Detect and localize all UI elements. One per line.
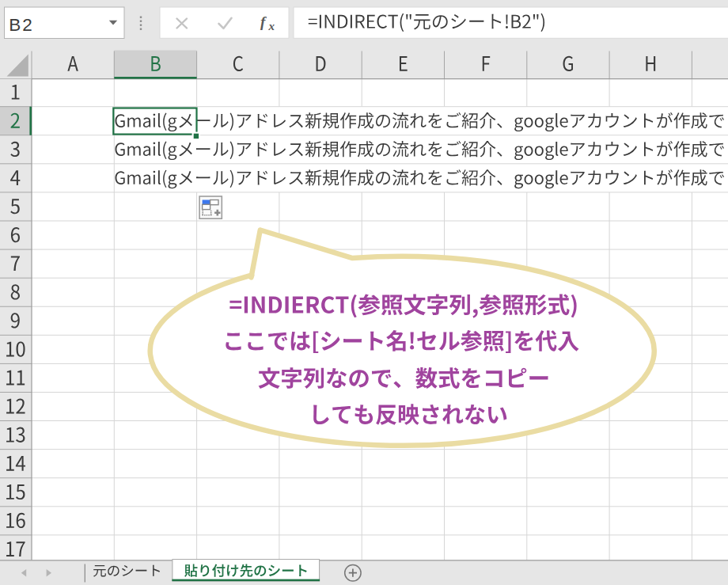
- svg-text:B2: B2: [9, 15, 34, 35]
- svg-text:x: x: [268, 20, 275, 32]
